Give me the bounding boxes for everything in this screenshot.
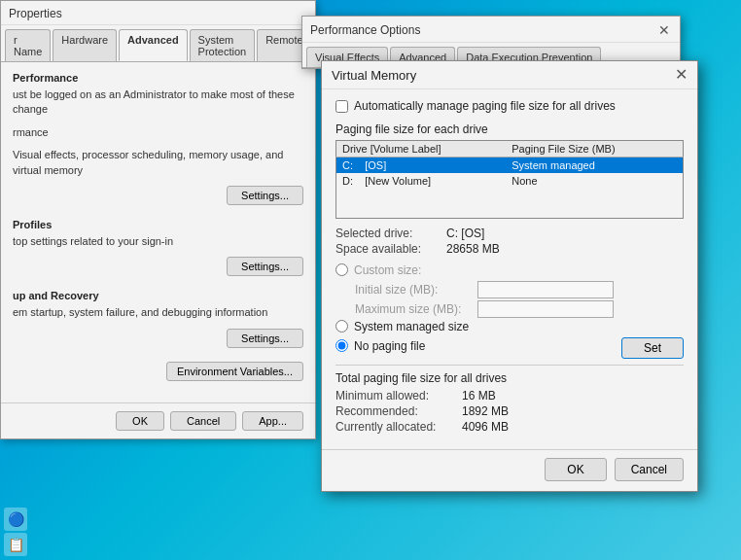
auto-manage-row: Automatically manage paging file size fo… — [335, 99, 684, 113]
environment-variables-button[interactable]: Environment Variables... — [166, 362, 303, 381]
selected-drive-value: C: [OS] — [446, 227, 484, 240]
paging-options-group: Custom size: Initial size (MB): Maximum … — [335, 263, 684, 359]
sys-props-title: Properties — [9, 7, 62, 20]
drive-d-size: None — [506, 173, 683, 189]
virt-mem-title: Virtual Memory — [332, 68, 416, 83]
tab-advanced[interactable]: Advanced — [119, 29, 188, 61]
paging-size-column-header: Paging File Size (MB) — [506, 141, 683, 158]
paging-section-title: Paging file size for each drive — [335, 122, 684, 136]
drive-row-empty — [336, 189, 684, 218]
performance-desc3: Visual effects, processor scheduling, me… — [13, 148, 303, 178]
profiles-desc: top settings related to your sign-in — [13, 234, 303, 249]
sys-props-titlebar: Properties — [1, 1, 315, 25]
space-available-label: Space available: — [335, 242, 442, 256]
sys-props-apply-button[interactable]: App... — [242, 411, 303, 431]
total-paging-section: Total paging file size for all drives Mi… — [335, 371, 684, 434]
system-properties-window: Properties r Name Hardware Advanced Syst… — [0, 0, 316, 439]
recommended-row: Recommended: 1892 MB — [335, 404, 684, 418]
selected-drive-info: Selected drive: C: [OS] Space available:… — [335, 227, 684, 256]
custom-size-label: Custom size: — [354, 263, 421, 277]
set-button[interactable]: Set — [621, 337, 684, 359]
startup-recovery-section: up and Recovery em startup, system failu… — [13, 290, 303, 347]
drive-c-size: System managed — [506, 158, 683, 174]
drive-table-header: Drive [Volume Label] Paging File Size (M… — [336, 141, 684, 158]
maximum-size-label: Maximum size (MB): — [355, 302, 472, 316]
virt-mem-bottom-buttons: OK Cancel — [322, 449, 697, 491]
drive-d-label: D: [New Volume] — [336, 173, 507, 189]
initial-size-row: Initial size (MB): — [355, 281, 684, 298]
startup-recovery-settings-button[interactable]: Settings... — [227, 329, 303, 348]
minimum-allowed-row: Minimum allowed: 16 MB — [335, 389, 684, 402]
space-available-row: Space available: 28658 MB — [335, 242, 684, 256]
taskbar-icons: 🔵 📋 — [0, 504, 31, 560]
currently-allocated-label: Currently allocated: — [335, 420, 462, 434]
performance-title: Performance — [13, 72, 303, 84]
profiles-settings-button[interactable]: Settings... — [227, 257, 303, 276]
taskbar-icon-1[interactable]: 🔵 — [4, 508, 27, 531]
virt-mem-titlebar: Virtual Memory ✕ — [322, 61, 697, 89]
startup-recovery-title: up and Recovery — [13, 290, 303, 301]
maximum-size-row: Maximum size (MB): — [355, 300, 684, 318]
recommended-label: Recommended: — [335, 404, 462, 418]
sys-props-content: Performance ust be logged on as an Admin… — [1, 62, 315, 399]
no-paging-label: No paging file — [354, 339, 425, 353]
profiles-section: Profiles top settings related to your si… — [13, 219, 303, 276]
currently-allocated-value: 4096 MB — [462, 420, 509, 434]
virt-mem-content: Automatically manage paging file size fo… — [322, 89, 697, 449]
perf-options-titlebar: Performance Options ✕ — [302, 17, 680, 43]
system-managed-row: System managed size — [335, 320, 684, 333]
virtual-memory-dialog: Virtual Memory ✕ Automatically manage pa… — [321, 60, 698, 492]
sys-props-bottom-buttons: OK Cancel App... — [1, 402, 315, 438]
perf-options-close-button[interactable]: ✕ — [656, 22, 672, 38]
sys-props-cancel-button[interactable]: Cancel — [170, 411, 236, 431]
sys-props-tabs: r Name Hardware Advanced System Protecti… — [1, 25, 315, 62]
drive-c-label: C: [OS] — [336, 158, 507, 174]
currently-allocated-row: Currently allocated: 4096 MB — [335, 420, 684, 434]
sys-props-ok-button[interactable]: OK — [116, 411, 164, 431]
performance-settings-button[interactable]: Settings... — [227, 186, 303, 205]
virt-mem-ok-button[interactable]: OK — [545, 458, 606, 481]
performance-desc2: rmance — [13, 125, 303, 140]
performance-desc1: ust be logged on as an Administrator to … — [13, 88, 303, 118]
selected-drive-row: Selected drive: C: [OS] — [335, 227, 684, 240]
tab-system-protection[interactable]: System Protection — [190, 29, 256, 61]
virt-mem-close-button[interactable]: ✕ — [675, 67, 688, 83]
system-managed-radio[interactable] — [335, 320, 348, 332]
profiles-title: Profiles — [13, 219, 303, 230]
drive-column-header: Drive [Volume Label] — [336, 141, 507, 158]
divider — [335, 365, 684, 366]
drive-row-c[interactable]: C: [OS] System managed — [336, 158, 684, 174]
drive-row-d[interactable]: D: [New Volume] None — [336, 173, 684, 189]
no-paging-row: No paging file — [335, 339, 425, 353]
tab-hardware[interactable]: Hardware — [53, 29, 117, 61]
performance-section: Performance ust be logged on as an Admin… — [13, 72, 303, 205]
virt-mem-cancel-button[interactable]: Cancel — [615, 458, 684, 481]
drive-table: Drive [Volume Label] Paging File Size (M… — [335, 140, 684, 219]
custom-size-row: Custom size: — [335, 263, 684, 277]
tab-computer-name[interactable]: r Name — [5, 29, 51, 61]
auto-manage-label: Automatically manage paging file size fo… — [354, 99, 616, 113]
space-available-value: 28658 MB — [446, 242, 500, 256]
perf-options-title: Performance Options — [310, 23, 420, 37]
minimum-allowed-label: Minimum allowed: — [335, 389, 462, 402]
no-paging-radio[interactable] — [335, 339, 348, 352]
minimum-allowed-value: 16 MB — [462, 389, 496, 402]
auto-manage-checkbox[interactable] — [335, 100, 348, 113]
initial-size-label: Initial size (MB): — [355, 283, 472, 297]
system-managed-label: System managed size — [354, 320, 469, 333]
selected-drive-label: Selected drive: — [335, 227, 442, 240]
custom-size-radio[interactable] — [335, 263, 348, 276]
initial-size-input[interactable] — [477, 281, 614, 298]
recommended-value: 1892 MB — [462, 404, 509, 418]
startup-recovery-desc: em startup, system failure, and debuggin… — [13, 305, 303, 320]
maximum-size-input[interactable] — [477, 300, 614, 318]
total-paging-title: Total paging file size for all drives — [335, 371, 684, 385]
drive-table-body: C: [OS] System managed D: [New Volume] N… — [336, 158, 684, 219]
taskbar-icon-2[interactable]: 📋 — [4, 533, 27, 556]
